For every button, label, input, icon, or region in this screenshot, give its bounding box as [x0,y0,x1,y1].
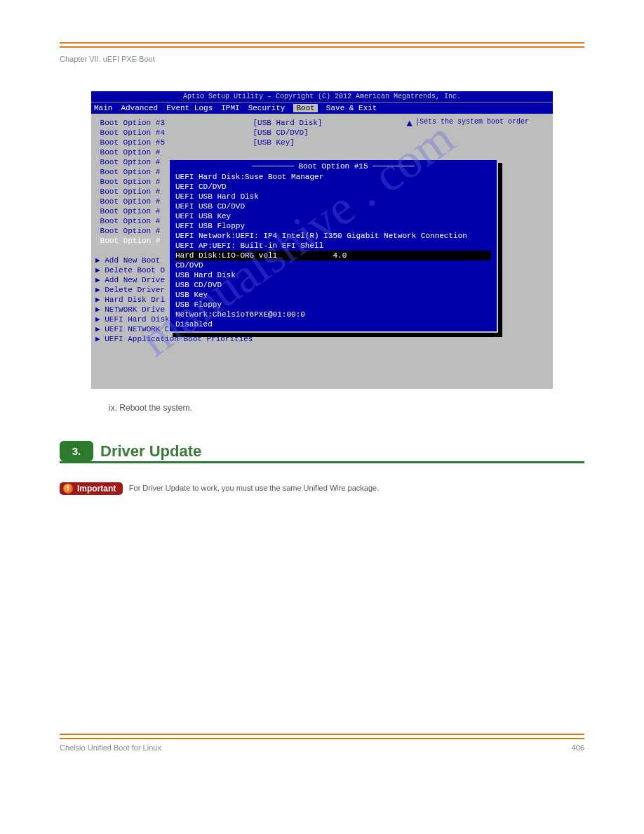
menu-security[interactable]: Security [248,104,286,112]
section-title: Driver Update [100,442,201,461]
boot-option-popup: ───────── Boot Option #15 ───────── UEFI… [168,159,498,333]
menu-ipmi[interactable]: IPMI [221,104,239,112]
footer-page-number: 406 [572,743,584,752]
popup-item[interactable]: UEFI AP:UEFI: Built-in EFI Shell [175,241,491,251]
menu-boot[interactable]: Boot [293,104,317,112]
boot-option-row[interactable]: Boot Option # [95,147,549,157]
header-chapter: Chapter VII. uEFI PXE Boot [60,55,155,63]
menu-save-exit[interactable]: Save & Exit [326,104,377,112]
scroll-up-icon: ▲ [407,118,412,129]
bios-help-text: │Sets the system boot order [415,118,549,126]
popup-item-selected[interactable]: Hard Disk:LIO-ORG vol1 4.0 [175,251,491,260]
popup-item[interactable]: UEFI USB Floppy [175,221,491,231]
popup-item[interactable]: USB Hard Disk [175,270,491,280]
popup-item[interactable]: UEFI Hard Disk:Suse Boot Manager [175,172,491,182]
popup-item[interactable]: USB Key [175,290,491,300]
popup-item[interactable]: Disabled [175,319,491,329]
boot-option-row[interactable]: Boot Option #5 [USB Key] [95,138,549,147]
uefi-app-boot[interactable]: ▶ UEFI Application Boot Priorities [95,334,549,344]
important-text: For Driver Update to work, you must use … [129,484,379,492]
step-caption: ix. Reboot the system. [109,403,584,413]
menu-event-logs[interactable]: Event Logs [166,104,213,112]
popup-item[interactable]: CD/DVD [175,260,491,270]
bios-screenshot: Aptio Setup Utility – Copyright (C) 2012… [91,91,553,389]
warning-icon: ! [63,484,73,494]
section-number-badge: 3. [60,441,93,461]
popup-item[interactable]: USB Floppy [175,300,491,310]
popup-item[interactable]: UEFI CD/DVD [175,182,491,192]
important-chip: ! Important [60,482,123,495]
bios-menu-bar: Main Advanced Event Logs IPMI Security B… [91,102,553,114]
menu-main[interactable]: Main [94,104,112,112]
popup-item[interactable]: Network:ChelsioT6PXE@01:00:0 [175,310,491,319]
boot-option-row[interactable]: Boot Option #4 [USB CD/DVD] [95,128,549,138]
popup-item[interactable]: USB CD/DVD [175,280,491,290]
popup-item[interactable]: UEFI USB Hard Disk [175,192,491,201]
footer-left: Chelsio Unified Boot for Linux [60,743,161,752]
popup-title: Boot Option #15 [298,162,368,171]
important-label: Important [77,484,116,494]
bios-title: Aptio Setup Utility – Copyright (C) 2012… [91,91,553,102]
popup-item[interactable]: UEFI USB Key [175,211,491,221]
popup-item[interactable]: UEFI Network:UEFI: IP4 Intel(R) I350 Gig… [175,231,491,241]
menu-advanced[interactable]: Advanced [121,104,158,112]
popup-item[interactable]: UEFI USB CD/DVD [175,201,491,211]
